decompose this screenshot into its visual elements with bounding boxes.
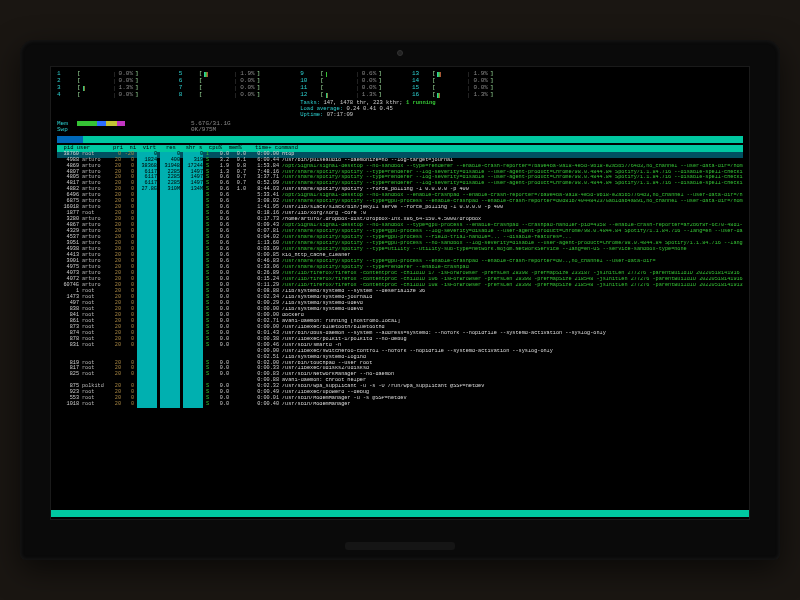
cpu-meter-12: 12[1.3%] (300, 92, 382, 99)
swap-meter: Swp 0K/975M (57, 127, 743, 134)
webcam (397, 50, 403, 56)
laptop-hinge (345, 542, 455, 550)
swap-text: 0K/975M (191, 127, 216, 134)
laptop-frame: 1[0.0%]2[0.0%]3[1.3%]4[0.0%] 5[1.9%]6[0.… (20, 40, 780, 560)
mem-meter: Mem 5.67G/31.1G (57, 121, 743, 128)
process-list[interactable]: 38760root0-20000I0.00.00:00.00htop4988ar… (57, 152, 743, 409)
cpu-meter-8: 8[0.0%] (179, 92, 261, 99)
cpu-meters-col-1: 1[0.0%]2[0.0%]3[1.3%]4[0.0%] (57, 71, 139, 119)
tasks-running: 1 running (406, 99, 436, 106)
cpu-meter-16: 16[1.3%] (412, 92, 494, 99)
terminal-screen[interactable]: 1[0.0%]2[0.0%]3[1.3%]4[0.0%] 5[1.9%]6[0.… (50, 66, 750, 520)
uptime-label: Uptime: (300, 111, 323, 118)
cpu-meters-col-2: 5[1.9%]6[0.0%]7[0.0%]8[0.0%] (179, 71, 261, 119)
system-info: 9[0.6%]10[0.0%]11[0.0%]12[1.3%] 13[1.9%]… (300, 71, 743, 119)
function-key-bar[interactable] (51, 510, 749, 517)
header-bar (57, 136, 743, 143)
htop-header: 1[0.0%]2[0.0%]3[1.3%]4[0.0%] 5[1.9%]6[0.… (57, 71, 743, 119)
process-row[interactable]: 1018root200S0.00:00.40/usr/sbin/ModemMan… (57, 402, 743, 408)
cpu-meter-4: 4[0.0%] (57, 92, 139, 99)
uptime-value: 07:17:09 (327, 111, 353, 118)
load-value: 0.24 0.41 0.45 (346, 105, 392, 112)
